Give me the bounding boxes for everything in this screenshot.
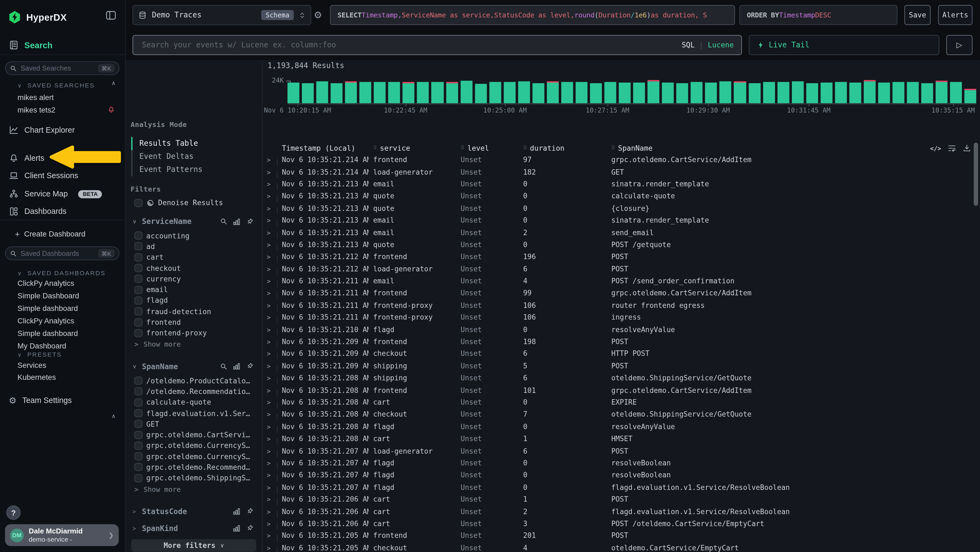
row-expand-chevron-icon[interactable]: > — [262, 290, 277, 297]
checkbox[interactable] — [134, 329, 143, 337]
saved-dashboards-input[interactable]: Saved Dashboards ⌘K — [5, 247, 119, 260]
table-row[interactable]: >Nov 6 10:35:21.213 AMquoteUnset0calcula… — [262, 190, 980, 203]
row-expand-chevron-icon[interactable]: > — [262, 484, 277, 491]
saved-dashboards-heading[interactable]: ∨ SAVED DASHBOARDS — [18, 270, 106, 276]
checkbox[interactable] — [134, 442, 143, 450]
preset-item[interactable]: Kubernetes — [18, 373, 56, 381]
saved-search-item[interactable]: mikes tets2 — [18, 106, 55, 115]
histogram-bar[interactable] — [806, 83, 818, 103]
wrap-text-icon[interactable] — [948, 144, 956, 153]
pin-icon[interactable] — [245, 507, 254, 516]
histogram-bar[interactable] — [907, 82, 919, 103]
search-icon[interactable] — [220, 218, 228, 225]
table-row[interactable]: >Nov 6 10:35:21.210 AMflagdUnset0resolve… — [262, 324, 980, 336]
row-expand-chevron-icon[interactable]: > — [262, 156, 277, 163]
column-header-level[interactable]: ⠿level — [456, 144, 519, 152]
filter-checkbox-item[interactable]: currency — [126, 274, 262, 284]
sidebar-item-search[interactable]: Search ∧ — [0, 39, 125, 51]
histogram-bar[interactable] — [691, 82, 703, 103]
filter-checkbox-item[interactable]: email — [126, 284, 262, 295]
table-row[interactable]: >Nov 6 10:35:21.208 AMcartUnset1HMSET — [262, 433, 980, 445]
saved-searches-heading[interactable]: ∨ SAVED SEARCHES — [18, 82, 95, 89]
row-expand-chevron-icon[interactable]: > — [262, 459, 277, 466]
preset-item[interactable]: Services — [18, 361, 46, 370]
histogram-bar[interactable] — [763, 82, 775, 103]
checkbox[interactable] — [134, 474, 143, 482]
filter-group-header[interactable]: >StatusCode — [126, 507, 262, 517]
histogram-bar[interactable] — [662, 82, 674, 103]
show-more-button[interactable]: >Show more — [126, 340, 262, 350]
histogram-bar[interactable] — [417, 82, 429, 103]
filter-checkbox-item[interactable]: /oteldemo.Recommendatio… — [126, 386, 262, 397]
chart-icon[interactable] — [232, 362, 241, 370]
row-expand-chevron-icon[interactable]: > — [262, 532, 277, 539]
histogram-bar[interactable] — [835, 82, 847, 103]
save-button[interactable]: Save — [904, 5, 931, 25]
presets-heading[interactable]: ∨ PRESETS — [18, 351, 62, 358]
histogram-bar[interactable] — [446, 83, 458, 103]
create-dashboard-button[interactable]: + Create Dashboard — [0, 228, 125, 240]
row-expand-chevron-icon[interactable]: > — [262, 496, 277, 503]
row-expand-chevron-icon[interactable]: > — [262, 338, 277, 345]
checkbox[interactable] — [134, 275, 143, 283]
histogram-bar[interactable] — [302, 83, 314, 103]
table-row[interactable]: >Nov 6 10:35:21.206 AMcartUnset2flagd.ev… — [262, 506, 980, 518]
checkbox[interactable] — [134, 242, 143, 250]
show-more-button[interactable]: >Show more — [126, 485, 262, 495]
table-row[interactable]: >Nov 6 10:35:21.208 AMshippingUnset6otel… — [262, 372, 980, 384]
row-expand-chevron-icon[interactable]: > — [262, 520, 277, 527]
checkbox[interactable] — [134, 409, 143, 417]
histogram-bar[interactable] — [734, 83, 746, 103]
table-row[interactable]: >Nov 6 10:35:21.214 AMfrontendUnset97grp… — [262, 154, 980, 166]
table-row[interactable]: >Nov 6 10:35:21.212 AMfrontendUnset196PO… — [262, 251, 980, 263]
row-expand-chevron-icon[interactable]: > — [262, 351, 277, 357]
filter-checkbox-item[interactable]: grpc.oteldemo.ShippingS… — [126, 473, 262, 483]
drag-handle-icon[interactable]: ⠿ — [523, 145, 527, 151]
filter-checkbox-item[interactable]: fraud-detection — [126, 306, 262, 317]
histogram-bar[interactable] — [547, 83, 559, 103]
live-tail-button[interactable]: Live Tail — [749, 35, 939, 55]
sidebar-item-dashboards[interactable]: Dashboards ∧ — [0, 205, 125, 218]
histogram-bar[interactable] — [331, 83, 343, 103]
scrollbar-thumb[interactable] — [974, 142, 978, 206]
table-row[interactable]: >Nov 6 10:35:21.206 AMcartUnset3POST /ot… — [262, 518, 980, 530]
chart-icon[interactable] — [232, 217, 241, 226]
saved-search-item[interactable]: mikes alert — [18, 93, 54, 102]
order-by-editor[interactable]: ORDER BY Timestamp DESC — [739, 5, 897, 25]
histogram-bar[interactable] — [935, 82, 948, 103]
row-expand-chevron-icon[interactable]: > — [262, 411, 277, 418]
pin-icon[interactable] — [245, 217, 254, 226]
sql-select-editor[interactable]: SELECT Timestamp, ServiceName as service… — [330, 5, 735, 25]
row-expand-chevron-icon[interactable]: > — [262, 508, 277, 515]
checkbox[interactable] — [134, 452, 143, 461]
histogram-bar[interactable] — [489, 82, 501, 103]
column-header-spanname[interactable]: ⠿SpanName — [607, 144, 980, 152]
checkbox[interactable] — [134, 420, 143, 428]
row-expand-chevron-icon[interactable]: > — [262, 241, 277, 248]
table-row[interactable]: >Nov 6 10:35:21.213 AMemailUnset0sinatra… — [262, 214, 980, 227]
chart-icon[interactable] — [232, 525, 241, 533]
checkbox[interactable] — [134, 253, 143, 261]
histogram-bar[interactable] — [518, 81, 530, 103]
histogram-bar[interactable] — [533, 83, 544, 103]
table-row[interactable]: >Nov 6 10:35:21.205 AMfrontendUnset201PO… — [262, 530, 980, 542]
drag-handle-icon[interactable]: ⠿ — [373, 145, 377, 151]
table-row[interactable]: >Nov 6 10:35:21.213 AMquoteUnset0POST /g… — [262, 239, 980, 251]
histogram-bar[interactable] — [864, 81, 876, 103]
table-row[interactable]: >Nov 6 10:35:21.208 AMcartUnset0EXPIRE — [262, 396, 980, 409]
histogram-bar[interactable] — [402, 83, 415, 103]
checkbox[interactable] — [134, 318, 143, 326]
filter-checkbox-item[interactable]: grpc.oteldemo.Recommend… — [126, 462, 262, 473]
search-icon[interactable] — [220, 363, 228, 370]
histogram-bar[interactable] — [561, 82, 573, 103]
table-row[interactable]: >Nov 6 10:35:21.208 AMcheckoutUnset7otel… — [262, 409, 980, 421]
histogram-bar[interactable] — [475, 84, 487, 103]
row-expand-chevron-icon[interactable]: > — [262, 230, 277, 236]
table-row[interactable]: >Nov 6 10:35:21.211 AMfrontend-proxyUnse… — [262, 312, 980, 324]
histogram-bar[interactable] — [633, 83, 645, 103]
histogram-bar[interactable] — [504, 82, 515, 103]
source-settings-gear-icon[interactable]: ⚙ — [314, 9, 322, 21]
filter-checkbox-item[interactable]: cart — [126, 252, 262, 263]
analysis-mode-item[interactable]: Event Deltas — [131, 150, 257, 163]
row-expand-chevron-icon[interactable]: > — [262, 423, 277, 430]
